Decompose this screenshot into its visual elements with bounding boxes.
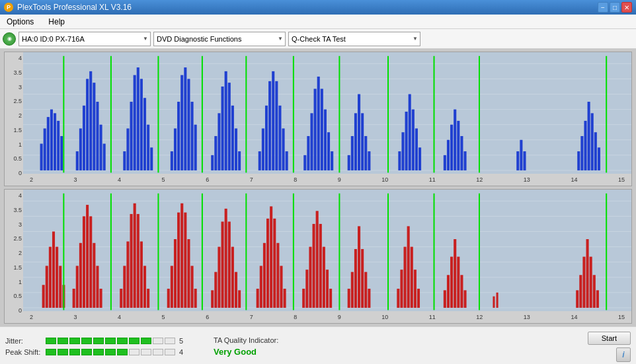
svg-rect-86	[409, 94, 411, 170]
svg-rect-178	[309, 247, 311, 308]
svg-rect-19	[86, 79, 89, 170]
svg-rect-187	[351, 272, 354, 308]
jitter-seg-5	[93, 338, 104, 344]
jitter-seg-4	[81, 338, 92, 344]
svg-rect-203	[447, 275, 450, 308]
info-button[interactable]: i	[616, 347, 631, 362]
svg-rect-21	[93, 83, 95, 170]
svg-rect-200	[417, 289, 420, 308]
svg-rect-167	[260, 266, 262, 307]
jitter-row: Jitter: 5	[5, 337, 190, 345]
svg-rect-144	[147, 289, 149, 308]
maximize-button[interactable]: □	[610, 2, 620, 13]
svg-rect-67	[310, 113, 313, 170]
svg-rect-120	[49, 247, 52, 308]
svg-rect-101	[523, 151, 526, 170]
svg-rect-123	[59, 266, 61, 307]
svg-rect-151	[184, 213, 186, 308]
function-select[interactable]: DVD Diagnostic Functions	[153, 32, 286, 46]
peakshift-meter	[46, 349, 175, 355]
svg-rect-158	[218, 247, 220, 308]
svg-rect-33	[147, 125, 149, 170]
menu-bar: Options Help	[0, 15, 636, 29]
svg-rect-79	[361, 113, 364, 170]
svg-rect-17	[79, 128, 82, 170]
svg-rect-153	[191, 266, 194, 307]
peakshift-seg-9	[141, 349, 151, 355]
svg-rect-45	[211, 155, 214, 170]
minimize-button[interactable]: −	[598, 2, 608, 13]
svg-rect-36	[171, 151, 173, 170]
start-btn-area: Start i	[588, 332, 631, 362]
jitter-seg-3	[69, 338, 80, 344]
svg-rect-192	[368, 289, 370, 308]
svg-rect-127	[76, 266, 79, 307]
svg-rect-182	[323, 247, 325, 308]
svg-rect-170	[270, 206, 272, 308]
svg-rect-159	[221, 221, 224, 307]
peakshift-row: Peak Shift: 4	[5, 348, 190, 356]
jitter-value: 5	[179, 337, 190, 345]
svg-rect-198	[411, 247, 413, 308]
svg-rect-91	[444, 155, 446, 170]
svg-rect-80	[364, 136, 367, 170]
peakshift-seg-5	[93, 349, 104, 355]
svg-rect-88	[415, 128, 418, 170]
test-select[interactable]: Q-Check TA Test	[288, 32, 420, 46]
svg-rect-202	[444, 290, 446, 308]
svg-rect-47	[218, 113, 220, 170]
jitter-seg-10	[153, 338, 163, 344]
jitter-seg-7	[117, 338, 128, 344]
svg-rect-97	[463, 151, 466, 170]
svg-rect-100	[520, 140, 522, 170]
svg-rect-204	[450, 257, 453, 308]
jitter-seg-11	[165, 338, 175, 344]
svg-rect-205	[454, 239, 456, 308]
peakshift-seg-4	[81, 349, 92, 355]
device-select[interactable]: HA:0 ID:0 PX-716A	[19, 32, 151, 46]
peakshift-seg-2	[58, 349, 68, 355]
svg-rect-196	[404, 247, 407, 308]
close-button[interactable]: ✕	[621, 2, 632, 13]
svg-rect-92	[447, 140, 450, 170]
svg-rect-18	[83, 106, 85, 170]
svg-rect-31	[140, 79, 143, 170]
svg-rect-207	[460, 275, 463, 308]
peakshift-seg-10	[153, 349, 163, 355]
jitter-seg-9	[141, 338, 151, 344]
svg-rect-184	[329, 289, 332, 308]
jitter-seg-8	[129, 338, 139, 344]
svg-rect-208	[463, 290, 466, 308]
peakshift-label: Peak Shift:	[5, 348, 42, 356]
svg-rect-160	[225, 209, 227, 308]
svg-rect-132	[93, 243, 95, 308]
svg-rect-87	[412, 110, 415, 170]
svg-rect-12	[54, 113, 56, 170]
svg-rect-60	[275, 81, 278, 170]
svg-rect-28	[130, 102, 133, 170]
svg-rect-129	[83, 216, 85, 308]
svg-rect-108	[598, 147, 600, 170]
svg-rect-107	[594, 132, 597, 170]
charts-area: 4 3.5 3 2.5 2 1.5 1 0.5 0	[0, 49, 636, 326]
menu-options[interactable]: Options	[3, 16, 38, 28]
svg-rect-71	[324, 110, 327, 170]
svg-rect-39	[180, 75, 183, 170]
svg-rect-37	[174, 128, 177, 170]
svg-rect-14	[60, 136, 63, 170]
bottom-chart: 4 3.5 3 2.5 2 1.5 1 0.5 0	[4, 189, 632, 324]
svg-rect-157	[214, 272, 217, 308]
svg-rect-214	[582, 257, 585, 308]
svg-rect-149	[177, 213, 180, 308]
menu-help[interactable]: Help	[44, 16, 69, 28]
svg-rect-130	[86, 205, 89, 308]
app-title: PlexTools Professional XL V3.16	[17, 3, 132, 12]
bottom-chart-y-axis: 4 3.5 3 2.5 2 1.5 1 0.5 0	[5, 190, 23, 323]
svg-rect-195	[400, 270, 403, 308]
svg-rect-211	[497, 293, 498, 308]
svg-rect-190	[361, 249, 364, 308]
start-button[interactable]: Start	[588, 332, 631, 345]
svg-rect-213	[579, 275, 582, 308]
app-icon: P	[4, 3, 13, 12]
svg-rect-218	[596, 290, 599, 308]
